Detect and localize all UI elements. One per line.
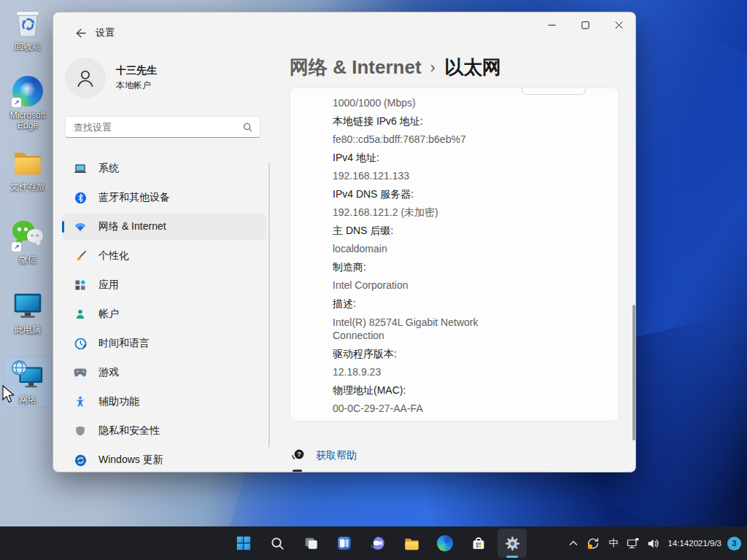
file-explorer-button[interactable] xyxy=(397,529,426,558)
sidebar-item-accounts[interactable]: 帐户 xyxy=(62,301,266,327)
desktop-icon-recycle-bin[interactable]: 回收站 xyxy=(4,6,51,52)
desktop-icon-file-storage[interactable]: 文件存放 xyxy=(4,146,51,192)
taskbar: 中 14:14 2021/9/3 3 xyxy=(0,526,747,560)
desktop-icon-this-pc[interactable]: 此电脑 xyxy=(4,289,51,335)
sidebar-item-label: 个性化 xyxy=(98,249,129,262)
get-help-link[interactable]: ? 获取帮助 xyxy=(291,447,357,464)
sidebar-item-label: 隐私和安全性 xyxy=(98,424,160,438)
sidebar-item-system[interactable]: 系统 xyxy=(62,155,266,182)
property-label: 本地链接 IPv6 地址: xyxy=(333,112,604,131)
search-icon xyxy=(243,122,252,132)
desktop: 回收站 ↗ Microsoft Edge 文件存放 ↗ 微信 xyxy=(0,0,747,560)
property-label: 驱动程序版本: xyxy=(333,345,604,363)
property-value: Intel(R) 82574L Gigabit Network Connecti… xyxy=(333,313,493,345)
paintbrush-icon xyxy=(74,249,87,262)
notification-badge[interactable]: 3 xyxy=(727,537,741,551)
network-properties-list: 1000/1000 (Mbps) 本地链接 IPv6 地址: fe80::cd5… xyxy=(290,88,619,418)
property-value: 1000/1000 (Mbps) xyxy=(333,94,604,112)
desktop-icon-label: 文件存放 xyxy=(10,182,45,192)
maximize-button[interactable] xyxy=(568,12,602,37)
sidebar-item-label: 辅助功能 xyxy=(98,395,139,408)
tray-clock[interactable]: 14:14 2021/9/3 xyxy=(663,529,727,558)
get-help-label: 获取帮助 xyxy=(316,449,357,462)
apps-icon xyxy=(74,279,87,292)
desktop-icon-label: 微信 xyxy=(19,254,36,265)
sidebar-item-windows-update[interactable]: Windows 更新 xyxy=(62,447,266,472)
wechat-icon: ↗ xyxy=(11,219,44,252)
tray-volume-icon[interactable] xyxy=(643,529,663,558)
feedback-icon-partial xyxy=(293,470,302,472)
close-button[interactable] xyxy=(602,12,635,37)
sidebar-item-label: 蓝牙和其他设备 xyxy=(98,191,170,204)
desktop-icon-wechat[interactable]: ↗ 微信 xyxy=(4,219,51,265)
property-value: 192.168.121.2 (未加密) xyxy=(333,203,604,222)
property-value: 12.18.9.23 xyxy=(333,363,604,381)
content-scrollbar[interactable] xyxy=(632,305,635,440)
sidebar-item-label: 网络 & Internet xyxy=(98,220,166,233)
help-icon: ? xyxy=(291,447,306,464)
desktop-icon-edge[interactable]: ↗ Microsoft Edge xyxy=(4,74,51,131)
desktop-icon-label: 此电脑 xyxy=(15,324,41,335)
tray-update-icon[interactable] xyxy=(582,529,603,558)
breadcrumb: 网络 & Internet › 以太网 xyxy=(290,55,501,80)
settings-search-box[interactable] xyxy=(65,116,260,138)
edge-button[interactable] xyxy=(430,529,460,558)
ethernet-details-card: 1000/1000 (Mbps) 本地链接 IPv6 地址: fe80::cd5… xyxy=(290,88,619,421)
breadcrumb-separator-icon: › xyxy=(430,58,436,77)
property-label: IPv4 DNS 服务器: xyxy=(333,185,604,203)
settings-button[interactable] xyxy=(498,529,527,558)
sidebar-item-accessibility[interactable]: 辅助功能 xyxy=(62,389,266,415)
property-value: Intel Corporation xyxy=(333,276,604,295)
property-label: 制造商: xyxy=(333,258,604,276)
property-label: 物理地址(MAC): xyxy=(333,381,604,400)
desktop-icon-label: Microsoft Edge xyxy=(5,110,50,131)
property-label: 描述: xyxy=(333,295,604,313)
chat-button[interactable] xyxy=(363,529,392,558)
shortcut-arrow-icon: ↗ xyxy=(12,98,21,107)
monitor-icon xyxy=(11,289,44,322)
settings-window: 设置 十三先生 本地帐户 xyxy=(53,12,636,472)
sidebar-item-network-internet[interactable]: 网络 & Internet xyxy=(62,214,266,240)
copy-button-partial[interactable] xyxy=(522,88,586,95)
edge-icon: ↗ xyxy=(11,74,44,108)
recycle-bin-icon xyxy=(11,6,44,39)
sidebar-item-bluetooth[interactable]: 蓝牙和其他设备 xyxy=(62,184,266,211)
sidebar-item-label: Windows 更新 xyxy=(98,454,163,467)
property-label: IPv4 地址: xyxy=(333,149,604,167)
shortcut-arrow-icon: ↗ xyxy=(12,242,21,252)
avatar[interactable] xyxy=(65,58,106,98)
property-value: 00-0C-29-27-AA-FA xyxy=(333,400,604,418)
clock-icon xyxy=(74,337,87,350)
tray-ime-indicator[interactable]: 中 xyxy=(603,529,623,558)
person-icon xyxy=(74,308,87,321)
mouse-cursor xyxy=(1,385,16,407)
sidebar-item-apps[interactable]: 应用 xyxy=(62,272,266,298)
sidebar-item-gaming[interactable]: 游戏 xyxy=(62,359,266,386)
sidebar-scrollbar[interactable] xyxy=(268,163,270,447)
property-label: 主 DNS 后缀: xyxy=(333,222,604,240)
store-button[interactable] xyxy=(464,529,493,558)
back-button[interactable] xyxy=(69,24,91,42)
task-view-button[interactable] xyxy=(296,529,325,558)
sidebar-item-label: 帐户 xyxy=(98,308,119,321)
user-account-type: 本地帐户 xyxy=(116,79,151,92)
sidebar-item-privacy-security[interactable]: 隐私和安全性 xyxy=(62,418,266,444)
sidebar-item-label: 系统 xyxy=(98,162,119,175)
sidebar-item-time-language[interactable]: 时间和语言 xyxy=(62,330,266,357)
search-button[interactable] xyxy=(263,529,292,558)
tray-overflow-chevron[interactable] xyxy=(565,529,582,558)
breadcrumb-parent[interactable]: 网络 & Internet xyxy=(290,55,422,80)
tray-network-icon[interactable] xyxy=(623,529,643,558)
widgets-button[interactable] xyxy=(330,529,359,558)
sidebar-item-label: 时间和语言 xyxy=(98,337,150,350)
update-icon xyxy=(74,454,87,467)
search-input[interactable] xyxy=(66,122,243,133)
property-value: fe80::cd5a:bdff:7687:b6eb%7 xyxy=(333,131,604,149)
sidebar-item-personalization[interactable]: 个性化 xyxy=(62,243,266,269)
desktop-icon-label: 回收站 xyxy=(15,42,41,52)
start-button[interactable] xyxy=(229,529,258,558)
accessibility-icon xyxy=(74,395,87,408)
minimize-button[interactable] xyxy=(535,12,568,37)
svg-text:?: ? xyxy=(297,451,301,458)
folder-icon xyxy=(11,146,44,179)
